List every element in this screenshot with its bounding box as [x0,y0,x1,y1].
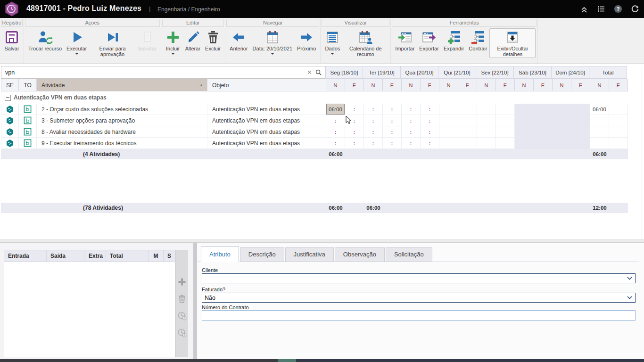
column-header-objeto[interactable]: Objeto [207,79,326,91]
time-cell[interactable]: : [345,138,364,149]
sub-column-header[interactable]: N [326,79,345,91]
date-button[interactable]: Data: 20/10/2021 [250,28,295,56]
tab-solicitacao[interactable]: Solicitação [386,247,432,262]
collapse-tree-button[interactable]: Contrair [466,28,489,52]
time-cell[interactable]: : [402,126,421,138]
execute-button[interactable]: Executar [64,28,89,56]
se-cell[interactable] [1,138,19,149]
se-cell[interactable] [1,104,19,115]
time-cell[interactable]: : [364,104,383,115]
cliente-select[interactable] [202,273,636,283]
sub-column-header[interactable]: E [345,79,364,91]
sub-column-header[interactable]: E [571,79,590,91]
search-icon[interactable] [314,69,325,76]
sub-column-header[interactable]: N [439,79,458,91]
time-cell[interactable] [609,138,628,149]
day-column-header[interactable]: Qui [21/10] [438,66,476,79]
time-cell[interactable] [609,104,628,115]
time-cell[interactable] [477,115,496,126]
time-cell[interactable] [609,126,628,138]
time-cell[interactable]: : [364,126,383,138]
edit-button[interactable]: Alterar [183,28,203,52]
activity-row[interactable]: 3 - Submeter opções para aprovação Auten… [1,115,628,126]
time-cell[interactable] [458,138,477,149]
time-cell[interactable]: : [421,138,439,149]
time-cell[interactable]: : [326,126,345,138]
tab-atributo[interactable]: Atributo [201,246,239,262]
time-cell[interactable]: : [402,138,421,149]
time-cell[interactable]: : [383,126,402,138]
time-cell[interactable]: : [402,104,421,115]
faturado-select[interactable]: Não [202,293,636,303]
time-cell[interactable]: 06:00 [590,104,609,115]
sub-column-header[interactable]: E [458,79,477,91]
time-cell[interactable]: : [364,138,383,149]
time-cell[interactable] [439,138,458,149]
save-button[interactable]: Salvar [2,28,22,52]
refresh-icon[interactable] [631,5,639,13]
to-cell[interactable] [19,115,37,126]
time-cell[interactable] [458,115,477,126]
list-icon[interactable] [597,5,605,13]
previous-button[interactable]: Anterior [227,28,250,52]
numero-contrato-input[interactable] [202,310,636,321]
time-cell[interactable]: : [326,138,345,149]
data-button[interactable]: Dados [322,28,342,56]
time-cell[interactable]: 06:00 [326,104,345,115]
activity-row[interactable]: 2 - Orçar custo das soluções selecionada… [1,104,628,115]
resource-calendar-button[interactable]: Calendário de recurso [342,28,388,58]
day-column-header[interactable]: Sex [22/10] [476,66,514,79]
se-cell[interactable] [1,126,19,138]
time-cell[interactable]: : [345,115,364,126]
sub-column-header[interactable]: E [534,79,553,91]
expand-tree-button[interactable]: Expandir [441,28,466,52]
column-header-to[interactable]: TO [19,79,37,91]
time-cell[interactable]: : [345,104,364,115]
collapse-group-icon[interactable] [5,95,11,101]
help-icon[interactable]: ? [614,5,622,13]
time-cell[interactable]: : [383,115,402,126]
time-cell[interactable] [609,115,628,126]
time-cell[interactable] [496,115,515,126]
time-cell[interactable] [590,126,609,138]
activity-row[interactable]: 8 - Avaliar necessidades de hardware Aut… [1,126,628,138]
collapse-ribbon-icon[interactable] [580,5,588,13]
time-cell[interactable]: : [326,115,345,126]
tab-observacao[interactable]: Observação [335,247,385,262]
to-cell[interactable] [19,104,37,115]
time-cell[interactable] [458,104,477,115]
time-cell[interactable]: : [383,138,402,149]
include-button[interactable]: Incluir [163,28,183,56]
import-button[interactable]: Importar [393,28,417,52]
tab-justificativa[interactable]: Justificativa [285,247,334,262]
time-cell[interactable] [496,126,515,138]
time-cell[interactable]: : [383,104,402,115]
time-cell[interactable]: : [421,104,439,115]
activity-row[interactable]: 9 - Executar treinamento dos técnicos Au… [1,138,628,149]
se-cell[interactable] [1,115,19,126]
day-column-header[interactable]: Dom [24/10] [552,66,589,79]
export-button[interactable]: Exportar [417,28,441,52]
time-cell[interactable] [477,138,496,149]
sub-column-header[interactable]: E [421,79,439,91]
time-cell[interactable] [590,138,609,149]
time-cell[interactable] [458,126,477,138]
sub-column-header[interactable]: N [590,79,609,91]
delete-button[interactable]: Excluir [203,28,223,52]
time-cell[interactable]: : [402,115,421,126]
day-column-header[interactable]: Qua [20/10] [401,66,438,79]
sub-column-header[interactable]: N [402,79,421,91]
clear-search-icon[interactable]: ✕ [305,69,314,76]
time-cell[interactable]: : [421,115,439,126]
time-cell[interactable] [439,126,458,138]
column-header-se[interactable]: SE [1,79,19,91]
day-column-header[interactable]: Ter [19/10] [363,66,401,79]
sub-column-header[interactable]: N [477,79,496,91]
search-input[interactable]: vpn [1,69,305,76]
next-button[interactable]: Próximo [295,28,318,52]
day-column-header[interactable]: Seg [18/10] [325,66,363,79]
time-cell[interactable]: : [421,126,439,138]
sub-column-header[interactable]: N [553,79,571,91]
sub-column-header[interactable]: E [383,79,402,91]
day-column-header[interactable]: Total [589,66,627,79]
